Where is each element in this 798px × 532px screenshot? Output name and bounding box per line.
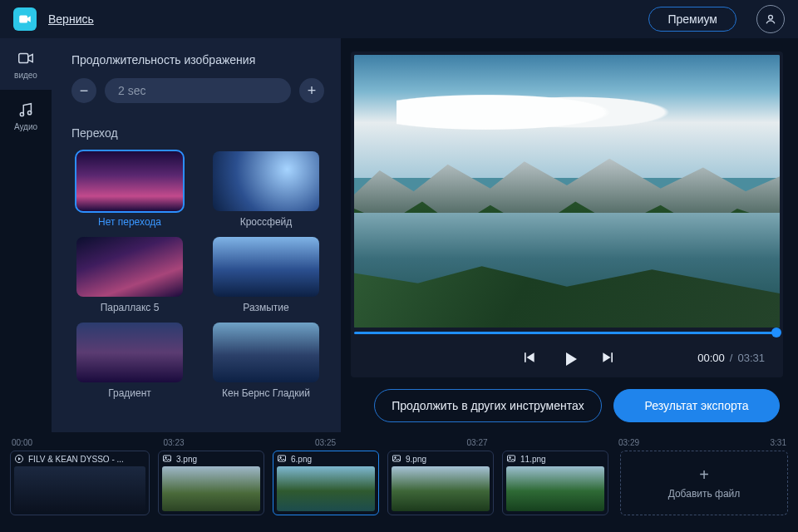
- action-row: Продолжить в других инструментах Результ…: [351, 389, 783, 422]
- transition-thumb: [213, 323, 319, 382]
- back-link[interactable]: Вернись: [48, 12, 94, 26]
- clip-label: FILV & KEAN DYSSO - ...: [28, 455, 124, 464]
- transition-thumb: [76, 151, 183, 211]
- video-player: 00:00/03:31: [351, 52, 783, 377]
- clip-image[interactable]: 6.png: [273, 451, 379, 515]
- svg-rect-0: [19, 16, 27, 23]
- svg-rect-2: [19, 53, 28, 62]
- svg-rect-10: [393, 456, 401, 461]
- svg-rect-8: [278, 456, 286, 461]
- clip-label: 11.png: [520, 455, 546, 464]
- transition-grid: Нет перехода Кроссфейд Параллакс 5 Размы…: [71, 151, 324, 400]
- add-file-label: Добавить файл: [668, 488, 741, 500]
- ruler-tick: 03:29: [618, 438, 639, 447]
- timeline-ruler: 00:00 03:23 03:25 03:27 03:29 3:31: [0, 432, 798, 447]
- transition-gradient[interactable]: Градиент: [71, 323, 188, 400]
- duration-value[interactable]: 2 sec: [105, 78, 291, 103]
- export-button[interactable]: Результат экспорта: [613, 389, 780, 422]
- app-logo: [13, 7, 37, 31]
- side-rail: видео Аудио: [0, 38, 52, 432]
- transition-name: Кроссфейд: [240, 216, 293, 229]
- preview-column: 00:00/03:31 Продолжить в других инструме…: [341, 38, 798, 432]
- transition-thumb: [76, 323, 183, 382]
- play-button[interactable]: [560, 349, 577, 366]
- ruler-tick: 3:31: [771, 438, 786, 447]
- ruler-tick: 03:25: [315, 438, 336, 447]
- clip-thumb: [14, 466, 145, 511]
- svg-rect-12: [508, 456, 515, 461]
- account-button[interactable]: [756, 5, 785, 33]
- prev-button[interactable]: [520, 349, 537, 366]
- transition-name: Кен Бернс Гладкий: [222, 387, 310, 400]
- duration-increase[interactable]: +: [299, 78, 324, 103]
- ruler-tick: 03:27: [467, 438, 488, 447]
- duration-decrease[interactable]: −: [71, 78, 96, 103]
- premium-button[interactable]: Премиум: [648, 7, 736, 32]
- progress-bar[interactable]: [354, 328, 780, 337]
- svg-point-4: [27, 111, 31, 114]
- clip-image[interactable]: 11.png: [502, 451, 608, 515]
- clip-label: 9.png: [406, 455, 426, 464]
- transition-thumb: [213, 237, 319, 297]
- clip-thumb: [162, 466, 260, 511]
- rail-tab-audio[interactable]: Аудио: [0, 90, 52, 141]
- rail-label: видео: [14, 71, 37, 80]
- duration-stepper: − 2 sec +: [71, 78, 324, 103]
- svg-point-1: [769, 15, 773, 19]
- clip-thumb: [392, 466, 490, 511]
- transition-name: Градиент: [108, 387, 151, 400]
- workspace: видео Аудио Продолжительность изображени…: [0, 38, 798, 432]
- transition-name: Размытие: [243, 302, 288, 314]
- clip-label: 6.png: [291, 455, 312, 464]
- timeline: 00:00 03:23 03:25 03:27 03:29 3:31 FILV …: [0, 432, 798, 532]
- transition-thumb: [213, 151, 319, 211]
- add-file-button[interactable]: + Добавить файл: [620, 451, 788, 515]
- transition-none[interactable]: Нет перехода: [71, 151, 188, 229]
- clip-label: 3.png: [176, 455, 197, 464]
- video-canvas[interactable]: [354, 55, 780, 328]
- clip-image[interactable]: 3.png: [158, 451, 264, 515]
- transition-crossfade[interactable]: Кроссфейд: [208, 151, 324, 229]
- continue-button[interactable]: Продолжить в других инструментах: [374, 389, 602, 422]
- transition-thumb: [76, 237, 183, 297]
- transition-name: Параллакс 5: [101, 302, 160, 314]
- timeline-track[interactable]: FILV & KEAN DYSSO - ... 3.png 6.png 9.pn…: [0, 447, 798, 524]
- player-controls: 00:00/03:31: [354, 337, 780, 377]
- next-button[interactable]: [600, 349, 617, 366]
- clip-thumb: [277, 466, 375, 511]
- top-bar: Вернись Премиум: [0, 0, 798, 38]
- transition-name: Нет перехода: [98, 216, 161, 229]
- clip-audio[interactable]: FILV & KEAN DYSSO - ...: [10, 451, 150, 515]
- ruler-tick: 03:23: [164, 438, 185, 447]
- clip-thumb: [506, 466, 604, 511]
- rail-tab-video[interactable]: видео: [0, 38, 52, 90]
- settings-panel: Продолжительность изображения − 2 sec + …: [52, 38, 341, 432]
- clip-image[interactable]: 9.png: [387, 451, 494, 515]
- svg-point-3: [20, 112, 23, 116]
- transition-parallax5[interactable]: Параллакс 5: [71, 237, 188, 314]
- transition-ken-burns[interactable]: Кен Бернс Гладкий: [208, 323, 324, 400]
- svg-rect-6: [164, 456, 171, 461]
- transition-label: Переход: [71, 126, 324, 140]
- progress-head[interactable]: [771, 328, 781, 337]
- ruler-tick: 00:00: [12, 438, 32, 447]
- duration-label: Продолжительность изображения: [71, 53, 324, 66]
- transition-blur[interactable]: Размытие: [208, 237, 324, 314]
- plus-icon: +: [699, 466, 709, 483]
- rail-label: Аудио: [14, 122, 37, 131]
